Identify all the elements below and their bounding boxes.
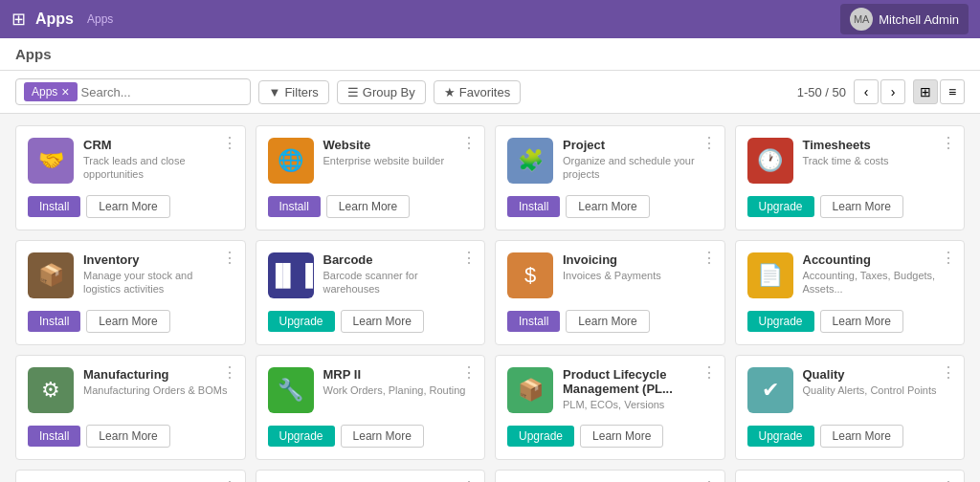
app-title-project: Project [563, 138, 713, 152]
next-page-button[interactable]: › [880, 79, 905, 104]
prev-page-button[interactable]: ‹ [854, 79, 879, 104]
app-card-barcode: ⋮ ▐▌▐ Barcode Barcode scanner for wareho… [256, 240, 486, 345]
app-more-pos[interactable]: ⋮ [702, 478, 717, 482]
learn-more-button-manufacturing[interactable]: Learn More [86, 425, 169, 448]
filters-label: Filters [284, 85, 318, 99]
app-more-quality[interactable]: ⋮ [941, 363, 956, 382]
search-tag-close[interactable]: × [61, 84, 69, 99]
app-icon-inventory: 📦 [28, 252, 74, 298]
app-more-invoicing[interactable]: ⋮ [702, 249, 717, 267]
pagination-buttons: ‹ › [854, 79, 905, 104]
app-icon-plm: 📦 [507, 367, 553, 413]
app-card-project: ⋮ 🧩 Project Organize and schedule your p… [495, 125, 725, 230]
install-button-crm[interactable]: Install [28, 196, 80, 217]
upgrade-button-mrp2[interactable]: Upgrade [268, 426, 335, 447]
user-menu[interactable]: MA Mitchell Admin [840, 4, 969, 34]
list-view-button[interactable]: ≡ [940, 79, 965, 104]
top-nav: ⊞ Apps Apps MA Mitchell Admin [0, 0, 980, 38]
app-desc-quality: Quality Alerts, Control Points [803, 383, 953, 397]
app-title-timesheets: Timesheets [803, 138, 953, 152]
app-desc-timesheets: Track time & costs [803, 154, 953, 167]
app-title-website: Website [323, 138, 474, 152]
app-more-sales[interactable]: ⋮ [222, 478, 237, 482]
app-info-manufacturing: Manufacturing Manufacturing Orders & BOM… [83, 367, 234, 397]
app-more-studio[interactable]: ⋮ [461, 478, 477, 482]
app-info-timesheets: Timesheets Track time & costs [803, 138, 953, 167]
app-desc-mrp2: Work Orders, Planing, Routing [323, 383, 474, 397]
app-more-project[interactable]: ⋮ [702, 134, 717, 152]
grid-icon[interactable]: ⊞ [11, 9, 26, 30]
app-card-header-crm: 🤝 CRM Track leads and close opportunitie… [28, 138, 234, 184]
app-more-plm[interactable]: ⋮ [702, 363, 717, 382]
app-more-crm[interactable]: ⋮ [222, 134, 237, 152]
upgrade-button-timesheets[interactable]: Upgrade [747, 196, 814, 217]
upgrade-button-accounting[interactable]: Upgrade [747, 311, 814, 332]
learn-more-button-invoicing[interactable]: Learn More [566, 310, 649, 333]
app-actions-website: Install Learn More [268, 195, 474, 218]
learn-more-button-crm[interactable]: Learn More [86, 195, 169, 218]
upgrade-button-plm[interactable]: Upgrade [507, 426, 574, 447]
app-info-quality: Quality Quality Alerts, Control Points [803, 367, 953, 397]
learn-more-button-plm[interactable]: Learn More [580, 425, 663, 448]
favorites-button[interactable]: ★ Favorites [434, 80, 521, 104]
app-card-inventory: ⋮ 📦 Inventory Manage your stock and logi… [15, 240, 246, 345]
upgrade-button-quality[interactable]: Upgrade [747, 426, 814, 447]
app-card-header-invoicing: $ Invoicing Invoices & Payments [507, 252, 713, 298]
install-button-invoicing[interactable]: Install [507, 311, 560, 332]
learn-more-button-timesheets[interactable]: Learn More [820, 195, 903, 218]
app-title-invoicing: Invoicing [563, 252, 713, 267]
app-more-inventory[interactable]: ⋮ [222, 249, 237, 267]
search-tag: Apps × [24, 82, 78, 101]
app-card-header-mrp2: 🔧 MRP II Work Orders, Planing, Routing [268, 367, 474, 413]
search-tag-label: Apps [32, 85, 57, 99]
app-more-website[interactable]: ⋮ [461, 134, 477, 152]
app-card-plm: ⋮ 📦 Product Lifecycle Management (PL... … [495, 355, 725, 460]
app-icon-website: 🌐 [268, 138, 314, 184]
app-info-mrp2: MRP II Work Orders, Planing, Routing [323, 367, 474, 397]
app-more-notes[interactable]: ⋮ [941, 478, 956, 482]
app-more-timesheets[interactable]: ⋮ [941, 134, 956, 152]
install-button-project[interactable]: Install [507, 196, 560, 217]
learn-more-button-project[interactable]: Learn More [566, 195, 649, 218]
app-title-plm: Product Lifecycle Management (PL... [563, 367, 713, 396]
install-button-website[interactable]: Install [268, 196, 321, 217]
learn-more-button-barcode[interactable]: Learn More [341, 310, 424, 333]
app-more-barcode[interactable]: ⋮ [461, 249, 477, 267]
app-actions-plm: Upgrade Learn More [507, 425, 713, 448]
search-input[interactable] [81, 85, 242, 99]
learn-more-button-website[interactable]: Learn More [326, 195, 410, 218]
apps-grid: ⋮ 🤝 CRM Track leads and close opportunit… [0, 114, 980, 482]
app-card-header-accounting: 📄 Accounting Accounting, Taxes, Budgets,… [747, 252, 953, 298]
app-desc-accounting: Accounting, Taxes, Budgets, Assets... [803, 269, 953, 296]
app-card-website: ⋮ 🌐 Website Enterprise website builder I… [256, 125, 486, 230]
app-icon-mrp2: 🔧 [268, 367, 314, 413]
app-desc-inventory: Manage your stock and logistics activiti… [83, 269, 234, 296]
app-info-plm: Product Lifecycle Management (PL... PLM,… [563, 367, 713, 411]
learn-more-button-mrp2[interactable]: Learn More [341, 425, 424, 448]
app-actions-invoicing: Install Learn More [507, 310, 713, 333]
app-actions-accounting: Upgrade Learn More [747, 310, 953, 333]
app-more-manufacturing[interactable]: ⋮ [222, 363, 237, 382]
search-box[interactable]: Apps × [15, 78, 251, 105]
learn-more-button-accounting[interactable]: Learn More [820, 310, 903, 333]
upgrade-button-barcode[interactable]: Upgrade [268, 311, 335, 332]
filters-button[interactable]: ▼ Filters [258, 80, 329, 104]
install-button-inventory[interactable]: Install [28, 311, 80, 332]
group-by-icon: ☰ [347, 85, 359, 99]
grid-view-button[interactable]: ⊞ [913, 79, 938, 104]
app-more-mrp2[interactable]: ⋮ [461, 363, 477, 382]
filter-bar: Apps × ▼ Filters ☰ Group By ★ Favorites … [0, 71, 980, 114]
learn-more-button-inventory[interactable]: Learn More [86, 310, 169, 333]
app-card-notes: ⋮ 📝 Notes Organize your work with memos … [735, 470, 966, 482]
install-button-manufacturing[interactable]: Install [28, 426, 80, 447]
learn-more-button-quality[interactable]: Learn More [820, 425, 903, 448]
app-actions-manufacturing: Install Learn More [28, 425, 234, 448]
app-more-accounting[interactable]: ⋮ [941, 249, 956, 267]
app-card-crm: ⋮ 🤝 CRM Track leads and close opportunit… [15, 125, 246, 230]
app-title-mrp2: MRP II [323, 367, 474, 382]
app-card-header-timesheets: 🕐 Timesheets Track time & costs [747, 138, 953, 184]
user-label: Mitchell Admin [879, 12, 959, 27]
app-actions-quality: Upgrade Learn More [747, 425, 953, 448]
group-by-button[interactable]: ☰ Group By [337, 80, 426, 104]
app-desc-website: Enterprise website builder [323, 154, 474, 167]
